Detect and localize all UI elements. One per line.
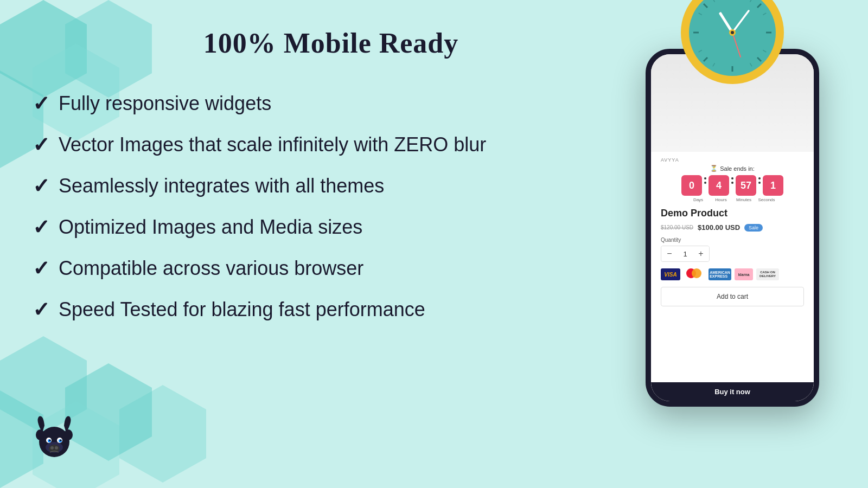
- quantity-decrease-button[interactable]: −: [661, 246, 678, 262]
- phone-screen: AVYYA ⏳ Sale ends in: 0: [651, 54, 814, 401]
- svg-point-43: [50, 446, 54, 450]
- quantity-increase-button[interactable]: +: [693, 246, 709, 262]
- checkmark-icon-4: ✓: [33, 215, 50, 239]
- feature-text-5: Compatible across various browser: [59, 257, 363, 280]
- checkmark-icon-3: ✓: [33, 174, 50, 198]
- quantity-control[interactable]: − 1 +: [661, 246, 710, 262]
- seconds-label: Seconds: [756, 197, 777, 202]
- feature-text-6: Speed Tested for blazing fast performanc…: [59, 298, 425, 321]
- phone-side-button: [819, 119, 819, 152]
- svg-point-40: [49, 440, 51, 441]
- feature-item-3: ✓ Seamlessly integrates with all themes: [33, 174, 629, 198]
- phone-bottom-bar: Buy it now: [651, 382, 814, 401]
- checkmark-icon-6: ✓: [33, 298, 50, 322]
- mastercard-payment-icon: [684, 268, 705, 280]
- cod-payment-icon: CASH ON DELIVERY: [756, 268, 779, 280]
- svg-point-33: [36, 429, 44, 440]
- countdown-labels: Days Hours Minutes Seconds: [688, 197, 777, 202]
- feature-list: ✓ Fully responsive widgets ✓ Vector Imag…: [33, 92, 629, 322]
- countdown-minutes: 57: [736, 175, 756, 196]
- checkmark-icon-2: ✓: [33, 133, 50, 157]
- feature-text-1: Fully responsive widgets: [59, 92, 271, 115]
- hours-label: Hours: [711, 197, 731, 202]
- separator-3: [758, 177, 761, 184]
- feature-item-2: ✓ Vector Images that scale infinitely wi…: [33, 133, 629, 157]
- svg-point-41: [60, 440, 62, 441]
- sale-countdown: ⏳ Sale ends in: 0 4: [661, 165, 804, 202]
- svg-point-44: [55, 446, 58, 450]
- countdown-seconds: 1: [763, 175, 783, 196]
- klarna-payment-icon: klarna: [735, 268, 753, 280]
- checkmark-icon-5: ✓: [33, 256, 50, 280]
- feature-item-6: ✓ Speed Tested for blazing fast performa…: [33, 298, 629, 322]
- page-title: 100% Mobile Ready: [33, 27, 629, 59]
- feature-item-1: ✓ Fully responsive widgets: [33, 92, 629, 115]
- feature-text-2: Vector Images that scale infinitely with…: [59, 133, 486, 156]
- quantity-value: 1: [678, 250, 693, 258]
- price-row: $120.00 USD $100.00 USD Sale: [661, 223, 804, 232]
- countdown-boxes: 0 4 57: [681, 175, 783, 196]
- bull-logo: [27, 412, 81, 466]
- product-name: Demo Product: [661, 208, 804, 219]
- phone-frame: AVYYA ⏳ Sale ends in: 0: [646, 49, 819, 407]
- days-label: Days: [688, 197, 709, 202]
- sale-badge: Sale: [744, 224, 763, 232]
- separator-2: [731, 177, 733, 184]
- countdown-hours: 4: [709, 175, 729, 196]
- checkmark-icon-1: ✓: [33, 92, 50, 115]
- feature-text-3: Seamlessly integrates with all themes: [59, 175, 384, 197]
- sale-price: $100.00 USD: [698, 223, 740, 232]
- feature-item-4: ✓ Optimized Images and Media sizes: [33, 215, 629, 239]
- product-content: AVYYA ⏳ Sale ends in: 0: [651, 152, 814, 382]
- minutes-label: Minutes: [733, 197, 754, 202]
- visa-payment-icon: VISA: [661, 268, 680, 280]
- buy-now-button[interactable]: Buy it now: [714, 388, 750, 396]
- feature-text-4: Optimized Images and Media sizes: [59, 216, 362, 239]
- svg-point-31: [731, 31, 734, 34]
- phone-mockup: AVYYA ⏳ Sale ends in: 0: [635, 49, 830, 439]
- clock-illustration: [678, 0, 787, 87]
- quantity-label: Quantity: [661, 237, 804, 243]
- add-to-cart-button[interactable]: Add to cart: [661, 287, 804, 306]
- sale-label: ⏳ Sale ends in:: [710, 165, 755, 172]
- separator-1: [704, 177, 706, 184]
- hourglass-icon: ⏳: [710, 165, 718, 172]
- svg-point-34: [64, 429, 73, 440]
- brand-label: AVYYA: [661, 157, 804, 163]
- countdown-days: 0: [681, 175, 702, 196]
- amex-payment-icon: AMERICAN EXPRESS: [709, 268, 731, 280]
- original-price: $120.00 USD: [661, 224, 693, 230]
- feature-item-5: ✓ Compatible across various browser: [33, 256, 629, 280]
- payment-icons: VISA AMERICAN EXPRESS klarna CASH ON DEL…: [661, 268, 804, 280]
